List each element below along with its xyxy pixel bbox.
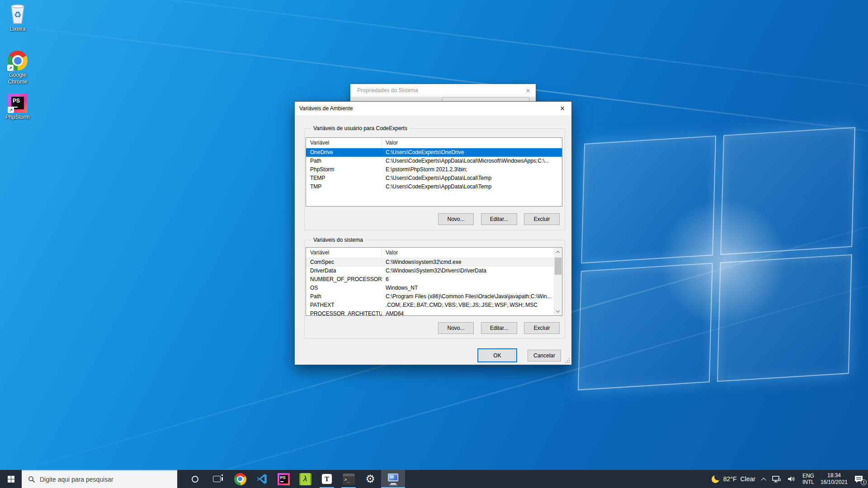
network-button[interactable] [772,475,781,483]
table-row[interactable]: Path C:\Users\CodeExperts\AppData\Local\… [306,157,562,165]
taskbar-phpstorm-button[interactable]: PS [273,470,294,488]
user-delete-button[interactable]: Excluir [524,213,560,225]
notification-badge: 1 [861,479,867,485]
taskbar-vscode-button[interactable] [251,470,273,488]
taskbar-chrome-button[interactable] [229,470,251,488]
resize-grip[interactable] [569,362,570,363]
variable-value: C:\Users\CodeExperts\OneDrive [382,148,562,157]
variable-value: AMD64 [382,310,562,316]
column-header-value[interactable]: Valor [382,140,562,146]
column-header-value[interactable]: Valor [382,249,562,256]
system-edit-button[interactable]: Editar... [481,322,517,334]
cortana-button[interactable] [184,470,206,488]
phpstorm-icon: PS [278,473,290,485]
dialog-titlebar[interactable]: Variáveis de Ambiente × [295,102,571,115]
variable-name: OneDrive [306,148,382,157]
shortcut-arrow-icon: ↗ [7,65,14,71]
ok-button[interactable]: OK [477,348,517,362]
table-row[interactable]: PROCESSOR_ARCHITECTURE AMD64 [306,310,562,316]
close-icon[interactable]: × [526,87,530,94]
variable-value: .COM;.EXE;.BAT;.CMD;.VBS;.VBE;.JS;.JSE;.… [382,301,562,310]
system-variables-label: Variáveis do sistema [311,237,365,243]
cancel-button[interactable]: Cancelar [528,350,561,361]
system-variables-table[interactable]: Variável Valor ComSpec C:\Windows\system… [306,247,562,316]
tray-overflow-button[interactable] [762,477,765,481]
monitor-foot [389,484,397,485]
chrome-icon: ↗ [8,51,28,70]
table-header[interactable]: Variável Valor [306,248,562,258]
system-properties-titlebar: Propriedades do Sistema × [350,84,536,97]
monitor-icon [388,474,398,481]
table-row[interactable]: NUMBER_OF_PROCESSORS 6 [306,275,562,284]
column-header-variable[interactable]: Variável [306,138,382,148]
system-tray: 82°F Clear ENG INTL 18:34 [712,470,868,488]
task-view-button[interactable] [206,470,227,488]
scrollbar-thumb[interactable] [555,258,561,275]
vscode-icon [256,473,268,485]
table-row[interactable]: OneDrive C:\Users\CodeExperts\OneDrive [306,148,562,157]
close-icon[interactable]: × [557,103,568,113]
table-row[interactable]: TMP C:\Users\CodeExperts\AppData\Local\T… [306,183,562,191]
user-variables-label: Variáveis de usuário para CodeExperts [311,125,410,131]
system-properties-icon [387,473,400,485]
icon-label: Lixeira [9,26,25,33]
table-row[interactable]: PATHEXT .COM;.EXE;.BAT;.CMD;.VBS;.VBE;.J… [306,301,562,310]
desktop-icon-google-chrome[interactable]: ↗ Google Chrome [0,51,35,85]
table-row[interactable]: ComSpec C:\Windows\system32\cmd.exe [306,258,562,267]
phpstorm-icon: PS ↗ [8,94,27,113]
shortcut-arrow-icon: ↗ [8,107,14,113]
tray-time: 18:34 [821,472,848,479]
variable-value: Windows_NT [382,284,562,292]
volume-button[interactable] [787,475,796,483]
weather-widget[interactable]: 82°F Clear [712,475,755,483]
wallpaper-glow [651,190,796,334]
task-view-icon [213,476,221,482]
user-variables-table[interactable]: Variável Valor OneDrive C:\Users\CodeExp… [306,137,562,206]
table-row[interactable]: PhpStorm E:\pstorm\PhpStorm 2021.2.3\bin… [306,165,562,174]
variable-name: PROCESSOR_ARCHITECTURE [306,310,382,316]
search-icon [28,476,35,483]
laragon-icon: λ [299,473,311,485]
variable-name: Path [306,157,382,165]
variable-name: DriverData [306,267,382,275]
vertical-scrollbar[interactable] [554,248,561,315]
user-edit-button[interactable]: Editar... [481,213,517,225]
variable-name: PATHEXT [306,301,382,310]
language-indicator[interactable]: ENG INTL [802,473,814,485]
environment-variables-dialog: Variáveis de Ambiente × Variáveis de usu… [294,101,572,365]
column-header-variable[interactable]: Variável [306,248,382,258]
taskbar-system-properties-button[interactable] [381,470,405,488]
taskbar-laragon-button[interactable]: λ [294,470,316,488]
variable-name: TMP [306,183,382,191]
taskbar-settings-button[interactable]: ⚙ [359,470,381,488]
system-new-button[interactable]: Novo... [438,322,474,334]
action-center-button[interactable]: 1 [854,475,863,483]
phpstorm-logo-text: PS [13,98,20,104]
taskbar-typora-button[interactable]: T [316,470,338,488]
scroll-down-icon[interactable] [554,307,561,315]
window-title: Propriedades do Sistema [357,87,418,94]
variable-value: 6 [382,275,562,284]
variable-value: C:\Program Files (x86)\Common Files\Orac… [382,292,562,301]
desktop-icon-phpstorm[interactable]: PS ↗ PhpStorm [0,94,35,121]
variable-name: ComSpec [306,258,382,267]
taskbar-terminal-button[interactable]: >_ [338,470,359,488]
variable-name: NUMBER_OF_PROCESSORS [306,275,382,284]
start-button[interactable] [0,470,22,488]
user-new-button[interactable]: Novo... [438,213,474,225]
table-header[interactable]: Variável Valor [306,138,562,148]
gear-icon: ⚙ [365,474,375,484]
clock[interactable]: 18:34 16/10/2021 [821,472,848,486]
table-row[interactable]: DriverData C:\Windows\System32\Drivers\D… [306,267,562,275]
table-row[interactable]: TEMP C:\Users\CodeExperts\AppData\Local\… [306,174,562,183]
variable-value: C:\Windows\system32\cmd.exe [382,258,562,267]
variable-name: OS [306,284,382,292]
system-delete-button[interactable]: Excluir [524,322,560,334]
scroll-up-icon[interactable] [554,248,561,256]
variable-value: C:\Windows\System32\Drivers\DriverData [382,267,562,275]
table-row[interactable]: Path C:\Program Files (x86)\Common Files… [306,292,562,301]
desktop-icon-recycle-bin[interactable]: ♻ Lixeira [0,4,35,33]
taskbar-search-input[interactable]: Digite aqui para pesquisar [22,470,177,488]
table-row[interactable]: OS Windows_NT [306,284,562,292]
weather-condition: Clear [740,475,755,483]
